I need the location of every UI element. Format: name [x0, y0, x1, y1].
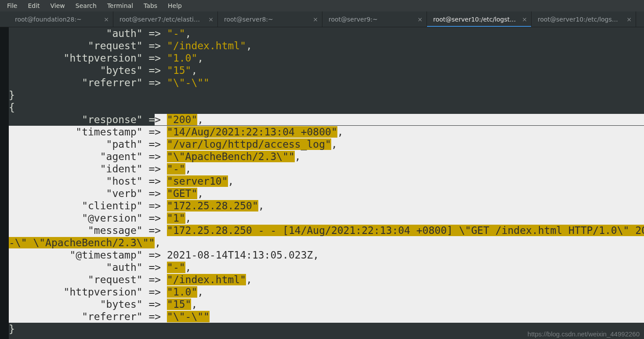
- tab-bar: root@foundation28:~ × root@server7:/etc/…: [0, 11, 644, 27]
- tab-server8[interactable]: root@server8:~ ×: [218, 11, 322, 27]
- side-gutter: [0, 27, 9, 339]
- menu-tabs[interactable]: Tabs: [138, 1, 163, 11]
- menu-terminal[interactable]: Terminal: [102, 1, 138, 11]
- terminal-output[interactable]: "auth" => "-", "request" => "/index.html…: [9, 27, 644, 339]
- tab-server7[interactable]: root@server7:/etc/elasti… ×: [113, 11, 218, 27]
- tab-label: root@foundation28:~: [15, 16, 101, 23]
- close-icon[interactable]: ×: [521, 16, 528, 22]
- tab-label: root@server9:~: [329, 16, 414, 23]
- tab-label: root@server10:/etc/logst…: [433, 16, 519, 23]
- close-icon[interactable]: ×: [626, 16, 632, 22]
- tab-label: root@server8:~: [224, 16, 310, 23]
- tab-label: root@server10:/etc/logs…: [538, 16, 623, 23]
- tab-server9[interactable]: root@server9:~ ×: [322, 11, 427, 27]
- menu-file[interactable]: File: [2, 1, 22, 11]
- tab-label: root@server7:/etc/elasti…: [119, 16, 205, 23]
- menu-view[interactable]: View: [45, 1, 70, 11]
- tab-server10-logs[interactable]: root@server10:/etc/logs… ×: [532, 11, 636, 27]
- menu-edit[interactable]: Edit: [22, 1, 45, 11]
- close-icon[interactable]: ×: [417, 16, 423, 22]
- close-icon[interactable]: ×: [103, 16, 109, 22]
- close-icon[interactable]: ×: [208, 16, 214, 22]
- tab-foundation28[interactable]: root@foundation28:~ ×: [9, 11, 113, 27]
- menu-search[interactable]: Search: [70, 1, 102, 11]
- tab-server10-logstash[interactable]: root@server10:/etc/logst… ×: [427, 11, 532, 27]
- menu-help[interactable]: Help: [163, 1, 187, 11]
- close-icon[interactable]: ×: [312, 16, 318, 22]
- menu-bar: File Edit View Search Terminal Tabs Help: [0, 0, 644, 11]
